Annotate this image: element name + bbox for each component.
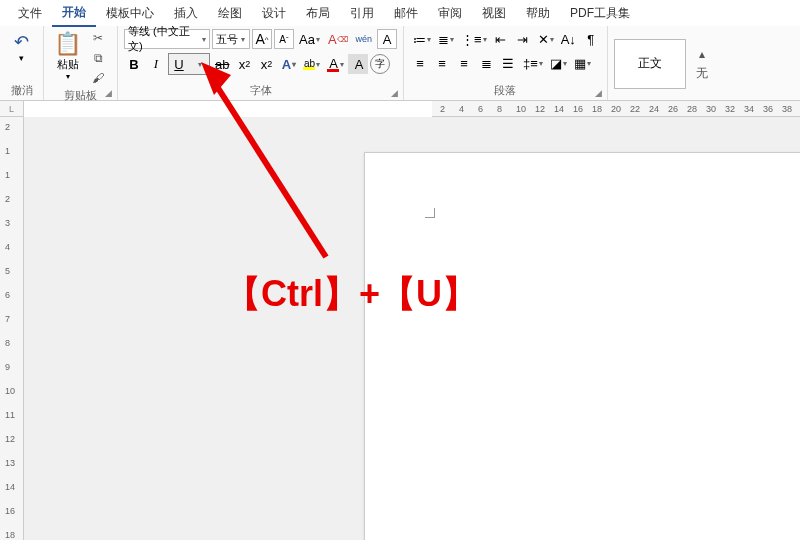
- underline-dropdown[interactable]: ▾: [189, 54, 209, 74]
- chevron-down-icon: ▾: [292, 60, 296, 69]
- clipboard-launcher[interactable]: ◢: [105, 88, 115, 98]
- paste-dropdown-icon[interactable]: ▾: [66, 72, 70, 81]
- font-name-select[interactable]: 等线 (中文正文)▾: [124, 29, 210, 49]
- italic-button[interactable]: I: [146, 54, 166, 74]
- group-clipboard: 📋 粘贴 ▾ ✂ ⧉ 🖌 剪贴板 ◢: [44, 26, 118, 100]
- menu-review[interactable]: 审阅: [428, 1, 472, 26]
- menu-references[interactable]: 引用: [340, 1, 384, 26]
- hruler-tick: 8: [497, 104, 502, 114]
- align-justify-button[interactable]: ≣: [476, 53, 496, 73]
- hruler-tick: 38: [782, 104, 792, 114]
- format-painter-button[interactable]: 🖌: [89, 69, 107, 87]
- bullets-button[interactable]: ≔▾: [410, 29, 433, 49]
- ribbon: ↶ ▾ 撤消 📋 粘贴 ▾ ✂ ⧉ 🖌 剪贴板 ◢ 等线: [0, 26, 800, 101]
- font-launcher[interactable]: ◢: [391, 88, 401, 98]
- grow-font-button[interactable]: A^: [252, 29, 272, 49]
- line-spacing-button[interactable]: ‡≡▾: [520, 53, 545, 73]
- phonetic-guide-button[interactable]: wén: [353, 29, 376, 49]
- undo-button[interactable]: ↶ ▾: [12, 29, 31, 65]
- shrink-font-button[interactable]: Aˇ: [274, 29, 294, 49]
- pilcrow-icon: ¶: [587, 32, 594, 47]
- menu-draw[interactable]: 绘图: [208, 1, 252, 26]
- chevron-down-icon: ▾: [450, 35, 454, 44]
- sort-button[interactable]: A↓: [558, 29, 579, 49]
- undo-dropdown-icon[interactable]: ▾: [19, 53, 24, 63]
- change-case-button[interactable]: Aa▾: [296, 29, 323, 49]
- page[interactable]: [364, 152, 800, 540]
- highlight-button[interactable]: ab▾: [300, 54, 322, 74]
- multilevel-button[interactable]: ⋮≡▾: [458, 29, 489, 49]
- group-paragraph-label: 段落: [410, 82, 601, 98]
- enclose-char-button[interactable]: 字: [370, 54, 390, 74]
- vertical-ruler[interactable]: 2112345678910111213141618: [0, 117, 24, 540]
- chevron-down-icon: ▾: [316, 60, 320, 69]
- bold-button[interactable]: B: [124, 54, 144, 74]
- increase-indent-button[interactable]: ⇥: [513, 29, 533, 49]
- align-left-button[interactable]: ≡: [410, 53, 430, 73]
- group-paragraph: ≔▾ ≣▾ ⋮≡▾ ⇤ ⇥ ✕▾ A↓ ¶ ≡ ≡ ≡ ≣ ☰ ‡≡▾ ◪▾: [404, 26, 608, 100]
- align-right-button[interactable]: ≡: [454, 53, 474, 73]
- chevron-down-icon: ▾: [198, 60, 202, 69]
- clear-format-icon: A: [328, 32, 337, 47]
- shading-button[interactable]: ◪▾: [547, 53, 569, 73]
- char-border-button[interactable]: A: [377, 29, 397, 49]
- text-effects-button[interactable]: A▾: [278, 54, 298, 74]
- hruler-tick: 14: [554, 104, 564, 114]
- align-distribute-icon: ☰: [502, 56, 514, 71]
- chevron-down-icon: ▾: [550, 35, 554, 44]
- menu-pdf[interactable]: PDF工具集: [560, 1, 640, 26]
- hruler-tick: 34: [744, 104, 754, 114]
- align-center-button[interactable]: ≡: [432, 53, 452, 73]
- underline-button[interactable]: U ▾: [168, 53, 210, 75]
- cut-button[interactable]: ✂: [89, 29, 107, 47]
- decrease-indent-button[interactable]: ⇤: [491, 29, 511, 49]
- borders-button[interactable]: ▦▾: [571, 53, 593, 73]
- char-shading-button[interactable]: A: [348, 54, 368, 74]
- undo-icon: ↶: [14, 31, 29, 53]
- scissors-icon: ✂: [93, 31, 103, 45]
- menu-view[interactable]: 视图: [472, 1, 516, 26]
- menu-insert[interactable]: 插入: [164, 1, 208, 26]
- group-font-label: 字体: [124, 82, 397, 98]
- paste-button[interactable]: 📋 粘贴 ▾: [50, 29, 85, 83]
- align-distribute-button[interactable]: ☰: [498, 53, 518, 73]
- vruler-tick: 1: [5, 170, 10, 180]
- horizontal-ruler[interactable]: 2468101214161820222426283032343638: [432, 101, 800, 117]
- asian-layout-button[interactable]: ✕▾: [535, 29, 556, 49]
- menu-design[interactable]: 设计: [252, 1, 296, 26]
- font-size-value: 五号: [216, 32, 238, 47]
- hruler-tick: 20: [611, 104, 621, 114]
- charshade-icon: A: [355, 57, 364, 72]
- subscript-button[interactable]: x2: [234, 54, 254, 74]
- copy-button[interactable]: ⧉: [89, 49, 107, 67]
- strikethrough-button[interactable]: ab: [212, 54, 232, 74]
- menu-file[interactable]: 文件: [8, 1, 52, 26]
- numbering-button[interactable]: ≣▾: [435, 29, 456, 49]
- hruler-tick: 26: [668, 104, 678, 114]
- document-area: [24, 117, 800, 540]
- group-font: 等线 (中文正文)▾ 五号▾ A^ Aˇ Aa▾ A⌫ wén A B I U …: [118, 26, 404, 100]
- menu-template[interactable]: 模板中心: [96, 1, 164, 26]
- menu-home[interactable]: 开始: [52, 0, 96, 27]
- paragraph-launcher[interactable]: ◢: [595, 88, 605, 98]
- vruler-tick: 7: [5, 314, 10, 324]
- menu-layout[interactable]: 布局: [296, 1, 340, 26]
- hruler-tick: 12: [535, 104, 545, 114]
- show-marks-button[interactable]: ¶: [581, 29, 601, 49]
- style-normal[interactable]: 正文: [614, 39, 686, 89]
- menu-mailings[interactable]: 邮件: [384, 1, 428, 26]
- font-color-button[interactable]: A▾: [324, 54, 346, 74]
- borders-icon: ▦: [574, 56, 586, 71]
- style-more[interactable]: 无: [693, 65, 711, 83]
- superscript-button[interactable]: x2: [256, 54, 276, 74]
- menu-help[interactable]: 帮助: [516, 1, 560, 26]
- chevron-down-icon: ▾: [539, 59, 543, 68]
- texteffect-icon: A: [282, 57, 291, 72]
- asian-icon: ✕: [538, 32, 549, 47]
- font-size-select[interactable]: 五号▾: [212, 29, 250, 49]
- vruler-tick: 9: [5, 362, 10, 372]
- changecase-icon: Aa: [299, 32, 315, 47]
- clear-format-button[interactable]: A⌫: [325, 29, 351, 49]
- vruler-tick: 2: [5, 122, 10, 132]
- style-scroll-up[interactable]: ▴: [693, 45, 711, 63]
